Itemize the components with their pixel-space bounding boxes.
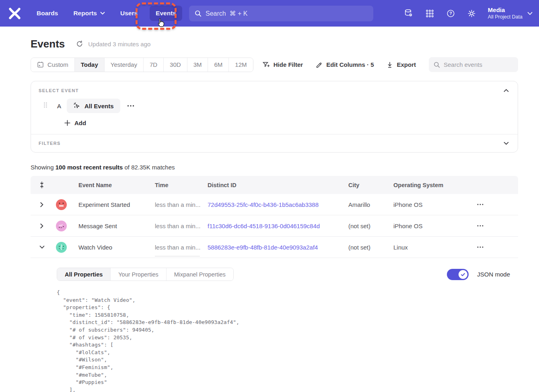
table-header: Event Name Time Distinct ID City Operati… [31,176,518,194]
ellipsis-icon [127,105,134,107]
search-icon [434,62,440,68]
nav-item-reports[interactable]: Reports [73,10,105,17]
event-json-viewer[interactable]: { "event": "Watch Video", "properties": … [57,289,518,392]
nav-item-users[interactable]: Users [120,10,138,17]
event-avatar [56,221,67,231]
results-count: 100 most recent results [56,164,123,171]
clause-options-button[interactable] [127,105,134,107]
filters-label: FILTERS [39,141,61,146]
magic-cursor-icon [73,102,81,110]
primary-nav: Boards Reports Users Events [21,6,182,21]
event-avatar [56,199,67,210]
date-range-control: Custom Today Yesterday 7D 30D 3M 6M 12M [31,58,253,72]
updated-timestamp: Updated 3 minutes ago [88,41,150,47]
main-content: Events Updated 3 minutes ago Custom Toda… [0,27,539,392]
column-header-time[interactable]: Time [155,182,208,188]
apps-grid-icon[interactable] [425,9,434,18]
edit-columns-label: Edit Columns · 5 [326,61,374,68]
chevron-right-icon [40,202,43,207]
ellipsis-icon [477,204,483,205]
json-mode-label: JSON mode [477,271,510,278]
global-search-input[interactable] [206,10,368,17]
row-collapse-button[interactable] [37,246,47,249]
project-switcher[interactable]: Media All Project Data [488,6,533,21]
controls-row: Custom Today Yesterday 7D 30D 3M 6M 12M … [31,57,518,72]
event-name-cell: Watch Video [78,244,155,251]
date-option-3m[interactable]: 3M [187,58,208,72]
table-row[interactable]: Experiment Started less than a min... 72… [31,194,518,215]
event-selector-pill[interactable]: All Events [67,99,120,113]
date-option-6m[interactable]: 6M [208,58,228,72]
gear-icon[interactable] [467,9,476,18]
distinct-id-link[interactable]: f11c30d6-dc6d-4518-9136-0d046159c84d [208,223,348,229]
add-button-label: Add [74,120,86,126]
column-header-distinct-id[interactable]: Distinct ID [208,182,348,188]
search-events-box[interactable] [429,57,518,72]
distinct-id-link[interactable]: 72d49553-25fc-4f0c-b436-1b5ac6ab3388 [208,201,348,208]
help-icon[interactable]: ? [446,9,455,18]
row-actions-button[interactable] [477,204,483,205]
search-events-input[interactable] [444,61,513,68]
global-search[interactable] [189,6,373,21]
tab-mixpanel-properties[interactable]: Mixpanel Properties [166,268,233,281]
toggle-knob [459,270,467,279]
nav-item-boards[interactable]: Boards [37,10,58,17]
calendar-icon [37,61,44,68]
nav-item-label: Reports [73,10,97,17]
table-row[interactable]: Message Sent less than a min... f11c30d6… [31,215,518,237]
edit-columns-button[interactable]: Edit Columns · 5 [316,61,374,68]
table-row-expanded[interactable]: Watch Video less than a min... 5886283e-… [31,237,518,258]
results-prefix: Showing [31,164,56,171]
os-cell: iPhone OS [393,223,477,229]
download-icon [387,62,393,68]
os-cell: iPhone OS [393,201,477,208]
column-header-city[interactable]: City [348,182,393,188]
hide-filter-button[interactable]: Hide Filter [263,61,303,68]
project-name: Media [488,6,523,14]
collapse-section-button[interactable] [504,87,509,93]
svg-text:?: ? [449,11,452,16]
data-management-icon[interactable] [404,8,414,18]
properties-tabs: All Properties Your Properties Mixpanel … [57,268,234,281]
drag-handle-icon[interactable] [43,102,48,110]
date-option-7d[interactable]: 7D [143,58,163,72]
distinct-id-link[interactable]: 5886283e-e9fb-48fb-81de-40e9093a2af4 [208,244,348,251]
add-event-button[interactable]: Add [64,120,86,126]
top-navbar: Boards Reports Users Events [0,0,539,27]
chevron-down-icon [527,12,533,15]
ellipsis-icon [477,246,483,248]
time-cell: less than a min... [155,223,208,229]
date-option-12m[interactable]: 12M [228,58,253,72]
date-option-30d[interactable]: 30D [163,58,187,72]
tab-your-properties[interactable]: Your Properties [110,268,166,281]
date-option-today[interactable]: Today [74,58,104,72]
time-cell-underline [155,256,200,256]
results-summary: Showing 100 most recent results of 82.35… [31,164,518,171]
date-option-custom[interactable]: Custom [31,58,74,72]
chevron-up-icon [504,89,509,92]
mixpanel-logo[interactable] [8,7,21,20]
row-actions-button[interactable] [477,246,483,248]
row-expand-button[interactable] [37,223,47,229]
os-cell: Linux [393,244,477,251]
date-option-yesterday[interactable]: Yesterday [104,58,143,72]
row-actions-button[interactable] [477,225,483,227]
json-mode-toggle[interactable] [447,269,469,280]
expand-section-button[interactable] [504,140,509,146]
row-expand-button[interactable] [37,202,47,207]
city-cell: Amarillo [348,201,393,208]
time-cell: less than a min... [155,201,208,208]
event-name-cell: Message Sent [78,223,155,229]
filters-section[interactable]: FILTERS [31,134,518,152]
column-header-os[interactable]: Operating System [393,182,477,188]
tab-all-properties[interactable]: All Properties [57,268,110,281]
chevron-down-icon [100,12,105,15]
refresh-button[interactable] [76,40,83,47]
city-cell: (not set) [348,223,393,229]
event-name-cell: Experiment Started [78,201,155,208]
export-button[interactable]: Export [387,61,416,68]
refresh-icon [76,40,83,47]
nav-item-events[interactable]: Events [150,6,182,21]
column-header-event-name[interactable]: Event Name [78,182,155,188]
expand-all-icon[interactable] [37,182,47,188]
